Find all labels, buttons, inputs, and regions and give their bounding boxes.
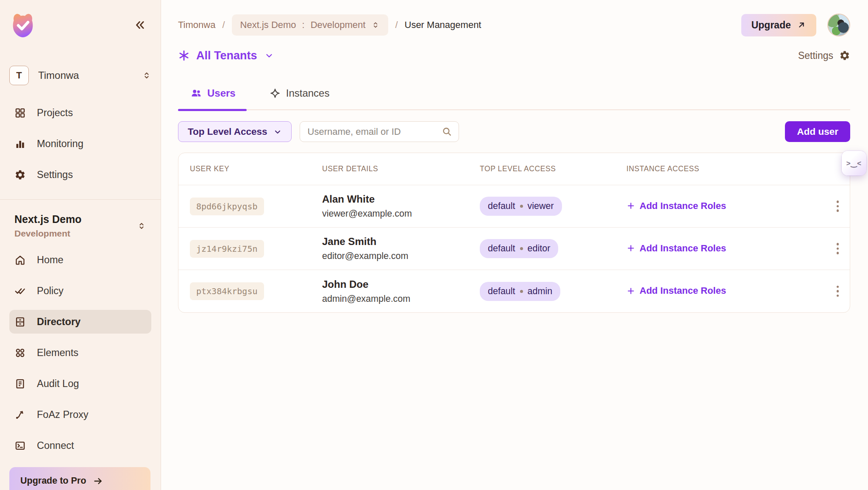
bar-chart-icon xyxy=(14,138,26,150)
tenant-selector[interactable]: All Tenants xyxy=(178,49,274,62)
unfold-icon xyxy=(142,71,151,80)
breadcrumb-project-env-selector[interactable]: Next.js Demo : Development xyxy=(232,14,389,36)
sidebar-collapse-button[interactable] xyxy=(133,18,147,32)
sidebar-item-connect[interactable]: Connect xyxy=(9,434,151,457)
breadcrumb: Timonwa / Next.js Demo : Development / U… xyxy=(178,14,481,36)
role-badge: defaulteditor xyxy=(480,239,558,258)
badge-role: editor xyxy=(528,243,551,254)
workspace-name: Timonwa xyxy=(38,70,142,81)
arrow-up-right-icon xyxy=(797,20,806,30)
sidebar-item-monitoring[interactable]: Monitoring xyxy=(9,132,151,156)
dot-icon xyxy=(520,247,523,250)
tab-label: Users xyxy=(207,87,236,99)
breadcrumb-colon: : xyxy=(302,19,305,31)
upgrade-button[interactable]: Upgrade xyxy=(741,14,816,36)
breadcrumb-project: Next.js Demo xyxy=(240,19,296,31)
badge-role: viewer xyxy=(528,201,554,212)
upgrade-to-pro-label: Upgrade to Pro xyxy=(20,476,86,486)
add-instance-roles-link[interactable]: Add Instance Roles xyxy=(626,243,726,254)
workspace-selector[interactable]: T Timonwa xyxy=(9,65,151,86)
row-menu-button[interactable] xyxy=(833,282,843,301)
sidebar-item-home[interactable]: Home xyxy=(9,248,151,272)
dot-icon xyxy=(520,205,523,208)
sidebar-item-projects[interactable]: Projects xyxy=(9,101,151,125)
role-badge: defaultviewer xyxy=(480,197,562,216)
feedback-widget-button[interactable]: >‿< xyxy=(842,151,866,175)
gear-icon xyxy=(14,169,26,181)
asterisk-icon xyxy=(178,50,190,61)
badge-role: admin xyxy=(528,286,553,297)
sidebar-item-label: Elements xyxy=(37,347,78,359)
arrow-right-icon xyxy=(93,476,103,486)
sidebar-item-label: Policy xyxy=(37,285,64,297)
user-avatar[interactable] xyxy=(827,14,850,36)
upgrade-to-pro-banner[interactable]: Upgrade to Pro xyxy=(9,467,150,490)
route-icon xyxy=(14,409,26,420)
user-key: jz14r9kzi75n xyxy=(190,240,264,258)
plus-icon xyxy=(626,244,635,253)
add-instance-roles-link[interactable]: Add Instance Roles xyxy=(626,285,726,296)
table-row: ptx384krbgsu John Doe admin@example.com … xyxy=(178,270,850,312)
column-header-user-key: USER KEY xyxy=(190,164,322,173)
sidebar-item-audit-log[interactable]: Audit Log xyxy=(9,372,151,395)
sidebar-item-label: Home xyxy=(37,254,64,266)
top-bar: Timonwa / Next.js Demo : Development / U… xyxy=(178,13,850,37)
breadcrumb-environment: Development xyxy=(311,19,366,31)
plus-icon xyxy=(626,201,635,210)
breadcrumb-page: User Management xyxy=(405,19,481,31)
sidebar-item-label: Settings xyxy=(37,169,73,181)
users-table: USER KEY USER DETAILS TOP LEVEL ACCESS I… xyxy=(178,153,850,313)
sidebar-item-elements[interactable]: Elements xyxy=(9,341,151,365)
chevron-down-icon xyxy=(273,128,282,136)
sidebar-item-label: Directory xyxy=(37,316,81,328)
chevrons-left-icon xyxy=(134,19,146,31)
environment-settings-link[interactable]: Settings xyxy=(798,50,850,61)
sidebar-item-settings[interactable]: Settings xyxy=(9,163,151,187)
project-environment-selector[interactable]: Next.js Demo Development xyxy=(9,213,151,239)
unfold-icon xyxy=(371,21,380,29)
table-header-row: USER KEY USER DETAILS TOP LEVEL ACCESS I… xyxy=(178,153,850,185)
search-icon xyxy=(442,126,452,137)
project-environment: Development xyxy=(14,228,137,239)
upgrade-label: Upgrade xyxy=(751,19,791,31)
column-header-user-details: USER DETAILS xyxy=(322,164,480,173)
search-input[interactable] xyxy=(300,121,459,142)
sidebar-item-label: Connect xyxy=(37,440,74,451)
user-name: Alan White xyxy=(322,193,480,205)
sidebar-item-foaz-proxy[interactable]: FoAz Proxy xyxy=(9,403,151,426)
role-badge: defaultadmin xyxy=(480,282,560,301)
tab-label: Instances xyxy=(286,87,330,99)
cabinet-icon xyxy=(14,316,26,328)
filter-label: Top Level Access xyxy=(188,126,267,137)
sidebar-item-directory[interactable]: Directory xyxy=(9,310,151,334)
circles-icon xyxy=(14,347,26,359)
row-menu-button[interactable] xyxy=(833,197,843,215)
toolbar: Top Level Access Add user xyxy=(178,121,850,142)
tab-instances[interactable]: Instances xyxy=(257,87,341,109)
badge-tenant: default xyxy=(488,286,515,297)
project-name: Next.js Demo xyxy=(14,213,137,226)
user-email: editor@example.com xyxy=(322,251,480,262)
sidebar-item-label: Monitoring xyxy=(37,138,83,150)
table-row: 8pd66jkpyqsb Alan White viewer@example.c… xyxy=(178,185,850,228)
table-row: jz14r9kzi75n Jane Smith editor@example.c… xyxy=(178,228,850,270)
main-content: Timonwa / Next.js Demo : Development / U… xyxy=(161,0,868,490)
users-icon xyxy=(191,88,202,99)
add-user-button[interactable]: Add user xyxy=(785,121,850,142)
row-menu-button[interactable] xyxy=(833,239,843,258)
org-nav: Projects Monitoring Settings xyxy=(9,101,151,187)
sidebar-divider xyxy=(0,199,161,200)
sidebar-item-policy[interactable]: Policy xyxy=(9,279,151,303)
breadcrumb-separator: / xyxy=(395,19,398,31)
tab-users[interactable]: Users xyxy=(178,87,247,109)
breadcrumb-org[interactable]: Timonwa xyxy=(178,19,215,31)
top-level-access-filter[interactable]: Top Level Access xyxy=(178,121,292,142)
sidebar: T Timonwa Projects Monitoring Settings xyxy=(0,0,161,490)
user-key: 8pd66jkpyqsb xyxy=(190,198,264,215)
tab-bar: Users Instances xyxy=(178,87,850,110)
project-nav: Home Policy Directory Elements Audit Log… xyxy=(9,248,151,457)
add-instance-roles-link[interactable]: Add Instance Roles xyxy=(626,200,726,212)
sidebar-item-label: Projects xyxy=(37,107,73,119)
grid-icon xyxy=(14,107,26,119)
chevron-down-icon xyxy=(264,51,274,60)
